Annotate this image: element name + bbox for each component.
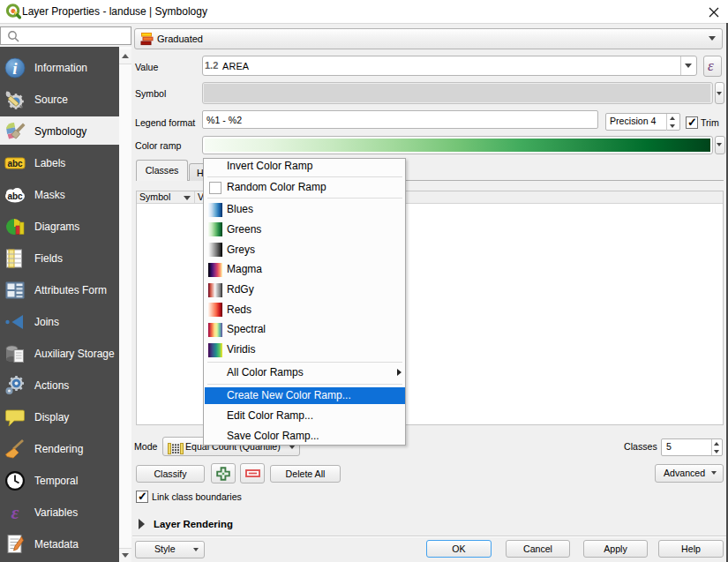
svg-text:abc: abc (7, 191, 23, 201)
svg-text:ε: ε (11, 502, 19, 523)
svg-text:i: i (12, 59, 18, 78)
svg-text:abc: abc (7, 158, 23, 168)
